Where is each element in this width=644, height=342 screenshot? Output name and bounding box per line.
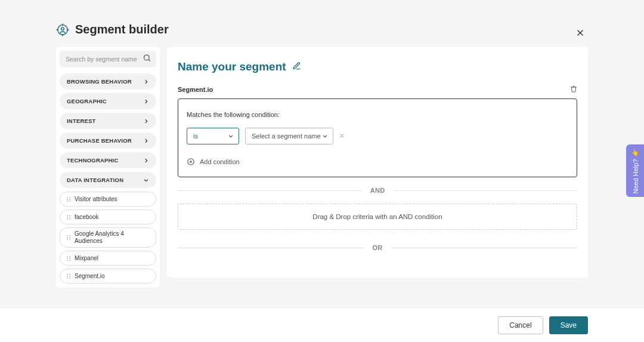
- svg-point-30: [67, 258, 68, 259]
- condition-box: Matches the following condition: is Sele…: [178, 98, 577, 177]
- integration-item-visitor-attributes[interactable]: Visitor attributes: [60, 192, 156, 207]
- condition-title: Matches the following condition:: [187, 111, 568, 118]
- svg-point-37: [69, 276, 70, 277]
- search-input[interactable]: [60, 51, 156, 67]
- svg-point-27: [69, 239, 70, 240]
- page-title: Segment builder: [75, 23, 169, 36]
- sidebar-category-data-integration[interactable]: Data Integration: [60, 172, 156, 188]
- svg-point-12: [67, 199, 68, 200]
- segment-name: Name your segment: [178, 60, 286, 73]
- sidebar-category-technographic[interactable]: Technographic: [60, 152, 156, 168]
- sidebar-category-interest[interactable]: Interest: [60, 113, 156, 129]
- svg-point-35: [69, 274, 70, 275]
- cancel-button[interactable]: Cancel: [498, 316, 543, 334]
- svg-point-22: [67, 235, 68, 236]
- drag-handle-icon: [66, 214, 71, 220]
- pointing-hand-icon: 👉: [631, 148, 639, 156]
- svg-point-39: [69, 278, 70, 279]
- sidebar-category-browsing-behavior[interactable]: Browsing Behavior: [60, 73, 156, 90]
- help-tab[interactable]: Need Help? 👉: [626, 144, 644, 197]
- chevron-right-icon: [143, 118, 149, 124]
- integration-item-ga4[interactable]: Google Analytics 4 Audiences: [60, 227, 156, 248]
- svg-point-25: [69, 237, 70, 238]
- integration-item-segmentio[interactable]: Segment.io: [60, 269, 156, 284]
- drag-handle-icon: [66, 273, 71, 279]
- chevron-right-icon: [143, 138, 149, 144]
- close-button[interactable]: [576, 27, 584, 40]
- svg-point-13: [69, 199, 70, 200]
- svg-point-26: [67, 239, 68, 240]
- plus-circle-icon: [187, 158, 195, 166]
- search-icon: [143, 54, 151, 65]
- svg-point-23: [69, 235, 70, 236]
- add-condition-button[interactable]: Add condition: [187, 158, 568, 166]
- segment-value-select[interactable]: Select a segment name: [245, 128, 333, 144]
- footer: Cancel Save: [0, 307, 644, 342]
- svg-point-8: [144, 55, 150, 60]
- svg-point-34: [67, 274, 68, 275]
- user-target-icon: [56, 23, 69, 36]
- edit-name-button[interactable]: [292, 61, 301, 73]
- chevron-down-icon: [143, 177, 149, 183]
- svg-point-28: [67, 256, 68, 257]
- svg-point-19: [69, 217, 70, 218]
- criteria-source-label: Segment.io: [178, 86, 213, 93]
- operator-select[interactable]: is: [187, 128, 239, 144]
- svg-point-31: [69, 258, 70, 259]
- svg-point-15: [69, 201, 70, 202]
- chevron-down-icon: [228, 133, 234, 139]
- save-button[interactable]: Save: [549, 316, 588, 334]
- svg-point-1: [61, 27, 64, 30]
- svg-point-33: [69, 260, 70, 261]
- svg-point-18: [67, 217, 68, 218]
- integration-item-mixpanel[interactable]: Mixpanel: [60, 251, 156, 266]
- svg-point-38: [67, 278, 68, 279]
- svg-point-10: [67, 197, 68, 198]
- drag-handle-icon: [66, 196, 71, 202]
- remove-row-button[interactable]: [339, 132, 345, 140]
- sidebar-category-purchase-behavior[interactable]: Purchase Behavior: [60, 133, 156, 149]
- svg-point-24: [67, 237, 68, 238]
- chevron-right-icon: [143, 98, 149, 104]
- main-panel: Name your segment Segment.io Matches the…: [167, 47, 588, 278]
- svg-point-20: [67, 218, 68, 220]
- and-dropzone[interactable]: Drag & Drop criteria with an AND conditi…: [178, 204, 577, 230]
- svg-point-14: [67, 201, 68, 202]
- svg-point-21: [69, 218, 70, 220]
- drag-handle-icon: [66, 235, 71, 241]
- chevron-down-icon: [322, 133, 328, 139]
- sidebar-category-geographic[interactable]: Geographic: [60, 93, 156, 109]
- delete-criteria-button[interactable]: [570, 84, 577, 95]
- svg-point-17: [69, 215, 70, 216]
- svg-point-11: [69, 197, 70, 198]
- svg-line-9: [148, 60, 150, 61]
- svg-point-29: [69, 256, 70, 257]
- integration-item-facebook[interactable]: facebook: [60, 209, 156, 224]
- or-connector: OR: [178, 244, 577, 251]
- chevron-right-icon: [143, 158, 149, 164]
- sidebar: Browsing Behavior Geographic Interest Pu…: [56, 47, 160, 287]
- svg-point-16: [67, 215, 68, 216]
- svg-point-36: [67, 276, 68, 277]
- drag-handle-icon: [66, 255, 71, 261]
- chevron-right-icon: [143, 79, 149, 85]
- svg-point-32: [67, 260, 68, 261]
- and-connector: AND: [178, 187, 577, 194]
